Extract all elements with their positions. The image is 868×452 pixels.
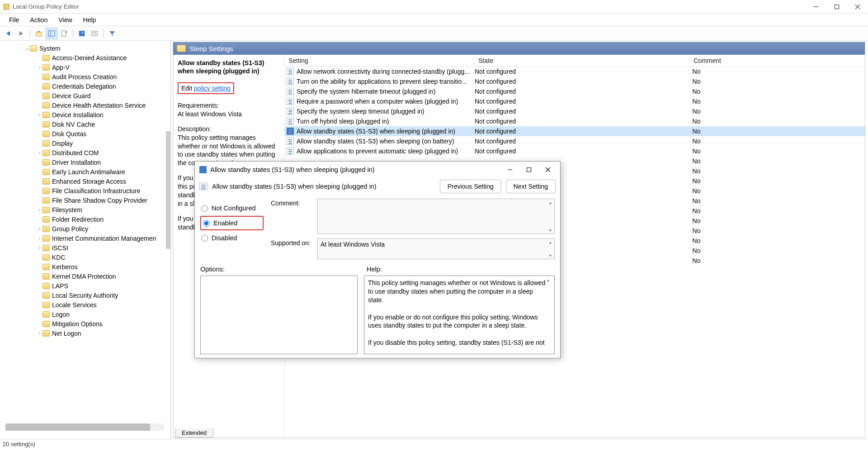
chevron-right-icon[interactable]: › bbox=[37, 112, 42, 117]
comment-textarea[interactable]: ▴▾ bbox=[317, 199, 555, 234]
scrollbar[interactable]: ▴ bbox=[547, 277, 553, 283]
tabs-bottom: Extended bbox=[173, 426, 213, 438]
setting-row[interactable]: Turn off hybrid sleep (plugged in)Not co… bbox=[285, 116, 865, 126]
edit-link-highlight: Edit policy setting bbox=[178, 82, 234, 94]
radio-enabled[interactable]: Enabled bbox=[202, 218, 260, 228]
chevron-down-icon[interactable]: ⌄ bbox=[24, 46, 30, 51]
tree-node[interactable]: File Share Shadow Copy Provider bbox=[0, 195, 170, 205]
maximize-button[interactable] bbox=[826, 0, 847, 14]
help-button[interactable]: ? bbox=[76, 28, 88, 39]
menu-view[interactable]: View bbox=[53, 14, 77, 25]
chevron-right-icon[interactable]: › bbox=[37, 236, 42, 241]
tree-node[interactable]: ›Filesystem bbox=[0, 205, 170, 214]
menu-help[interactable]: Help bbox=[78, 14, 102, 25]
scrollbar-thumb[interactable] bbox=[5, 423, 150, 431]
tree-node[interactable]: File Classification Infrastructure bbox=[0, 186, 170, 195]
dialog-close-button[interactable] bbox=[538, 163, 557, 176]
folder-icon bbox=[42, 112, 50, 118]
tree-node[interactable]: Kerberos bbox=[0, 262, 170, 271]
options-panel[interactable] bbox=[200, 276, 358, 354]
tree-hscrollbar[interactable] bbox=[5, 423, 164, 431]
setting-row[interactable]: Allow standby states (S1-S3) when sleepi… bbox=[285, 126, 865, 136]
tree-node[interactable]: Early Launch Antimalware bbox=[0, 167, 170, 176]
tree-node[interactable]: Locale Services bbox=[0, 300, 170, 309]
tree-node[interactable]: KDC bbox=[0, 252, 170, 262]
tree-node[interactable]: Logon bbox=[0, 309, 170, 319]
tree-node[interactable]: Local Security Authority bbox=[0, 290, 170, 300]
tree-node[interactable]: ›iSCSI bbox=[0, 243, 170, 252]
setting-row[interactable]: Turn on the ability for applications to … bbox=[285, 76, 865, 86]
setting-row[interactable]: Require a password when a computer wakes… bbox=[285, 96, 865, 106]
menu-file[interactable]: File bbox=[4, 14, 25, 25]
radio-not-configured[interactable]: Not Configured bbox=[200, 201, 264, 215]
tree-node-system[interactable]: ⌄ System bbox=[0, 43, 170, 53]
setting-row[interactable]: Specify the system sleep timeout (plugge… bbox=[285, 106, 865, 116]
edit-policy-link[interactable]: policy setting bbox=[194, 85, 231, 92]
tree-node[interactable]: LAPS bbox=[0, 281, 170, 290]
menu-action[interactable]: Action bbox=[25, 14, 53, 25]
filter-button[interactable] bbox=[106, 28, 118, 39]
tree-label: LAPS bbox=[52, 282, 68, 290]
tree-node[interactable]: ›Net Logon bbox=[0, 328, 170, 338]
tree-node[interactable]: Driver Installation bbox=[0, 157, 170, 167]
next-setting-button[interactable]: Next Setting bbox=[506, 180, 556, 193]
dialog-minimize-button[interactable] bbox=[500, 163, 519, 176]
tree-node[interactable]: Enhanced Storage Access bbox=[0, 176, 170, 186]
properties-button[interactable] bbox=[89, 28, 100, 39]
folder-icon bbox=[42, 64, 50, 71]
col-state[interactable]: State bbox=[475, 57, 546, 64]
tree-node[interactable]: ›Device Installation bbox=[0, 110, 170, 119]
tab-extended[interactable]: Extended bbox=[175, 428, 213, 438]
window-title: Local Group Policy Editor bbox=[13, 3, 806, 10]
tree-node[interactable]: ›Group Policy bbox=[0, 224, 170, 233]
scrollbar[interactable]: ▴▾ bbox=[547, 240, 553, 258]
setting-row[interactable]: Allow standby states (S1-S3) when sleepi… bbox=[285, 136, 865, 146]
col-comment[interactable]: Comment bbox=[546, 57, 865, 64]
tree-node[interactable]: Folder Redirection bbox=[0, 214, 170, 224]
chevron-right-icon[interactable]: › bbox=[37, 226, 42, 231]
tree-node[interactable]: Audit Process Creation bbox=[0, 72, 170, 81]
tree-node[interactable]: Device Guard bbox=[0, 91, 170, 100]
tree-node[interactable]: Kernel DMA Protection bbox=[0, 271, 170, 281]
tree-node[interactable]: Device Health Attestation Service bbox=[0, 100, 170, 110]
radio-not-configured-input[interactable] bbox=[201, 205, 208, 212]
tree-node[interactable]: ›Internet Communication Managemen bbox=[0, 233, 170, 243]
export-button[interactable] bbox=[58, 28, 70, 39]
tree-node[interactable]: Credentials Delegation bbox=[0, 81, 170, 91]
dialog-titlebar[interactable]: Allow standby states (S1-S3) when sleepi… bbox=[195, 162, 560, 178]
help-panel[interactable]: This policy setting manages whether or n… bbox=[364, 276, 555, 354]
scrollbar[interactable]: ▴▾ bbox=[547, 200, 553, 233]
setting-row[interactable]: Allow applications to prevent automatic … bbox=[285, 146, 865, 156]
tree-node[interactable]: Display bbox=[0, 138, 170, 148]
tree-label: Audit Process Creation bbox=[52, 73, 117, 81]
radio-enabled-input[interactable] bbox=[203, 220, 210, 227]
tree-node[interactable]: Mitigation Options bbox=[0, 319, 170, 328]
tree-node[interactable]: Access-Denied Assistance bbox=[0, 53, 170, 62]
back-button[interactable] bbox=[3, 28, 14, 39]
svg-rect-6 bbox=[48, 31, 55, 36]
radio-disabled-input[interactable] bbox=[201, 235, 208, 242]
chevron-right-icon[interactable]: › bbox=[37, 331, 42, 336]
setting-row[interactable]: Specify the system hibernate timeout (pl… bbox=[285, 86, 865, 96]
chevron-right-icon[interactable]: › bbox=[37, 207, 42, 212]
previous-setting-button[interactable]: Previous Setting bbox=[440, 180, 501, 193]
tree-scroll[interactable]: ⌄ System Access-Denied Assistance›App-VA… bbox=[0, 41, 170, 439]
tree-node[interactable]: Disk Quotas bbox=[0, 129, 170, 138]
chevron-right-icon[interactable]: › bbox=[37, 150, 42, 155]
cell-state: Not configured bbox=[475, 118, 546, 125]
chevron-right-icon[interactable]: › bbox=[37, 65, 42, 70]
tree-node[interactable]: ›App-V bbox=[0, 62, 170, 72]
chevron-right-icon[interactable]: › bbox=[37, 245, 42, 250]
up-button[interactable] bbox=[33, 28, 45, 39]
tree-toggle-button[interactable] bbox=[46, 28, 57, 39]
col-setting[interactable]: Setting bbox=[285, 57, 475, 64]
close-button[interactable] bbox=[847, 0, 868, 14]
minimize-button[interactable] bbox=[806, 0, 826, 14]
setting-row[interactable]: Allow network connectivity during connec… bbox=[285, 67, 865, 76]
dialog-maximize-button[interactable] bbox=[519, 163, 538, 176]
splitter[interactable] bbox=[166, 131, 170, 249]
forward-button[interactable] bbox=[15, 28, 27, 39]
tree-node[interactable]: Disk NV Cache bbox=[0, 119, 170, 129]
tree-node[interactable]: ›Distributed COM bbox=[0, 148, 170, 157]
radio-disabled[interactable]: Disabled bbox=[200, 231, 264, 245]
